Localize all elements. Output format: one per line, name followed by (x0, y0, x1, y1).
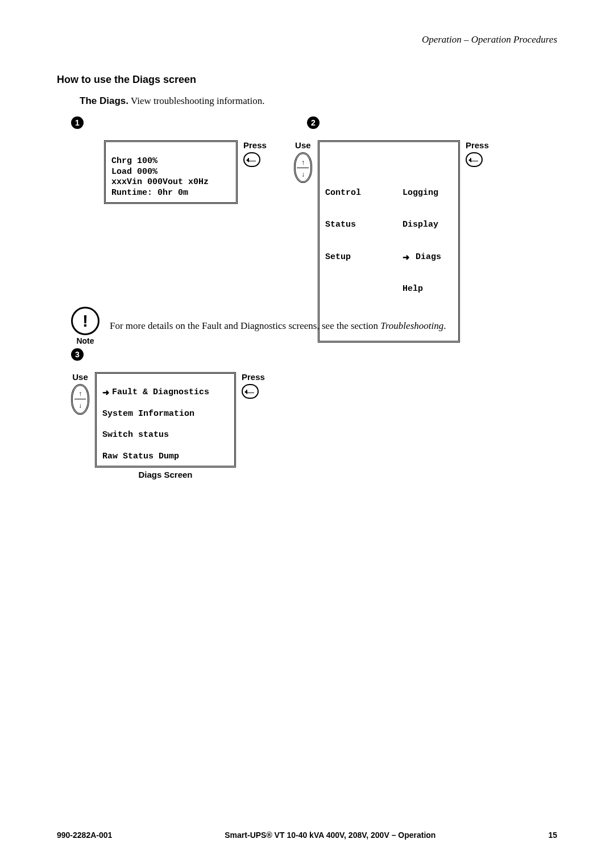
enter-button-icon (242, 384, 259, 399)
doc-title: Smart-UPS® VT 10-40 kVA 400V, 208V, 200V… (225, 831, 435, 840)
menu-item: Raw Status Dump (102, 452, 229, 462)
step-3: Use ➜ Fault & Diagnostics System Informa… (71, 372, 265, 479)
press-label: Press (242, 372, 265, 382)
use-label: Use (294, 140, 312, 150)
lcd-line: xxxVin 000Vout x0Hz (111, 177, 209, 187)
selector-arrow-icon: ➜ (403, 252, 410, 263)
enter-button-icon (466, 152, 483, 167)
menu-item: Display (403, 220, 464, 231)
menu-item: Help (403, 284, 464, 295)
step-1: Chrg 100% Load 000% xxxVin 000Vout x0Hz … (71, 140, 267, 204)
arrow-up-icon (78, 388, 82, 398)
step-badge-1: 1 (71, 116, 84, 129)
menu-item: Logging (403, 188, 464, 199)
arrow-down-icon (301, 169, 305, 179)
note-label: Note (71, 336, 99, 345)
menu-item-selected: ➜Diags (403, 252, 464, 263)
section-title: How to use the Diags screen (57, 74, 196, 86)
enter-button-icon (243, 152, 260, 167)
note-text: For more details on the Fault and Diagno… (110, 320, 446, 332)
menu-item: Status (325, 220, 387, 231)
page-footer: 990-2282A-001 Smart-UPS® VT 10-40 kVA 40… (57, 831, 557, 840)
step-badge-2: 2 (307, 116, 320, 129)
arrow-up-icon (301, 157, 305, 167)
lcd-line: Chrg 100% (111, 156, 157, 166)
lcd-line: Runtime: 0hr 0m (111, 188, 188, 198)
diagram-area: 1 2 Chrg 100% Load 000% xxxVin 000Vout x… (71, 116, 566, 485)
lcd-screen-status: Chrg 100% Load 000% xxxVin 000Vout x0Hz … (104, 140, 238, 204)
page-number: 15 (548, 831, 557, 840)
lcd-line: Load 000% (111, 167, 157, 177)
lcd-screen-diags: ➜ Fault & Diagnostics System Information… (95, 372, 236, 468)
use-label: Use (71, 372, 89, 382)
menu-item: Control (325, 188, 387, 199)
note-icon: ! (71, 307, 99, 335)
up-down-button-icon (294, 152, 312, 183)
up-down-button-icon (71, 384, 89, 415)
doc-number: 990-2282A-001 (57, 831, 112, 840)
diags-screen-caption: Diags Screen (95, 470, 236, 479)
menu-item: Switch status (102, 430, 229, 441)
intro-paragraph: The Diags. View troubleshooting informat… (80, 95, 264, 107)
note-block: ! Note For more details on the Fault and… (71, 307, 446, 345)
page-header: Operation – Operation Procedures (422, 34, 557, 45)
press-label: Press (466, 140, 489, 150)
menu-item: System Information (102, 409, 229, 420)
menu-item-selected: ➜ Fault & Diagnostics (102, 387, 229, 398)
step-badge-3: 3 (71, 348, 84, 361)
menu-item: Setup (325, 252, 387, 263)
selector-arrow-icon: ➜ (102, 387, 110, 398)
press-label: Press (243, 140, 267, 150)
intro-bold: The Diags. (80, 95, 128, 106)
intro-text: View troubleshooting information. (128, 95, 264, 106)
arrow-down-icon (78, 400, 82, 410)
